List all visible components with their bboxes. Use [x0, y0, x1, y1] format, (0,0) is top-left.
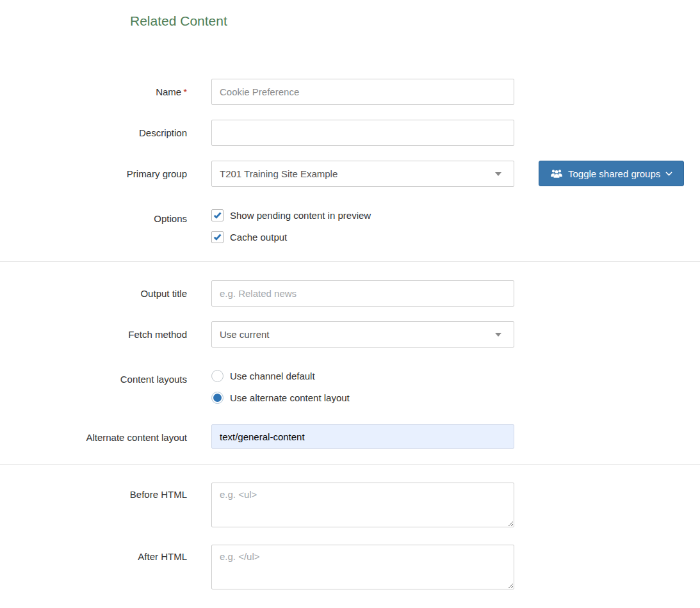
options-row: Options Show pending content in preview …: [0, 209, 700, 243]
section-divider: [0, 261, 700, 262]
radio-label: Use alternate content layout: [230, 392, 350, 404]
output-title-label: Output title: [0, 280, 187, 300]
after-html-row: After HTML: [0, 545, 700, 592]
toggle-shared-groups-button[interactable]: Toggle shared groups: [539, 161, 684, 186]
after-html-label: After HTML: [0, 545, 187, 563]
fetch-method-label: Fetch method: [0, 321, 187, 340]
checkbox-icon[interactable]: [211, 231, 224, 243]
primary-group-row: Primary group T201 Training Site Example: [0, 161, 700, 187]
page-title: Related Content: [0, 0, 700, 29]
description-input[interactable]: [211, 120, 514, 146]
alternate-content-layout-label: Alternate content layout: [0, 424, 187, 444]
section-divider: [0, 464, 700, 465]
fetch-method-selected-value: Use current: [220, 329, 270, 340]
chevron-down-icon: [665, 172, 672, 176]
checkbox-label: Cache output: [230, 231, 287, 243]
fetch-method-row: Fetch method Use current: [0, 321, 700, 348]
fetch-method-select[interactable]: Use current: [211, 321, 514, 348]
content-layouts-label: Content layouts: [0, 370, 187, 385]
description-label: Description: [0, 120, 187, 139]
name-row: Name*: [0, 79, 700, 105]
output-title-input[interactable]: [211, 280, 514, 307]
output-title-row: Output title: [0, 280, 700, 307]
checkbox-show-pending-content[interactable]: Show pending content in preview: [211, 209, 371, 221]
toggle-shared-groups-label: Toggle shared groups: [568, 168, 660, 179]
select-caret-icon: [495, 333, 501, 337]
name-input[interactable]: [211, 79, 514, 105]
required-asterisk: *: [183, 86, 187, 97]
related-content-form: Name* Description Primary group T201 Tra…: [0, 79, 700, 592]
before-html-row: Before HTML: [0, 483, 700, 530]
alternate-content-layout-input[interactable]: [211, 424, 514, 449]
users-icon: [550, 169, 563, 179]
alternate-content-layout-row: Alternate content layout: [0, 424, 700, 449]
description-row: Description: [0, 120, 700, 146]
radio-label: Use channel default: [230, 370, 315, 382]
radio-icon[interactable]: [211, 370, 224, 382]
primary-group-selected-value: T201 Training Site Example: [220, 168, 338, 179]
options-label: Options: [0, 209, 187, 225]
checkbox-cache-output[interactable]: Cache output: [211, 231, 371, 243]
radio-use-alternate-content-layout[interactable]: Use alternate content layout: [211, 392, 350, 404]
select-caret-icon: [495, 172, 501, 176]
radio-use-channel-default[interactable]: Use channel default: [211, 370, 350, 382]
after-html-textarea[interactable]: [211, 545, 514, 589]
content-layouts-row: Content layouts Use channel default Use …: [0, 370, 700, 404]
name-label: Name*: [0, 79, 187, 98]
primary-group-label: Primary group: [0, 161, 187, 180]
before-html-label: Before HTML: [0, 483, 187, 500]
radio-icon[interactable]: [211, 392, 224, 404]
checkbox-icon[interactable]: [211, 209, 224, 221]
before-html-textarea[interactable]: [211, 483, 514, 527]
checkbox-label: Show pending content in preview: [230, 209, 371, 221]
primary-group-select[interactable]: T201 Training Site Example: [211, 161, 514, 187]
